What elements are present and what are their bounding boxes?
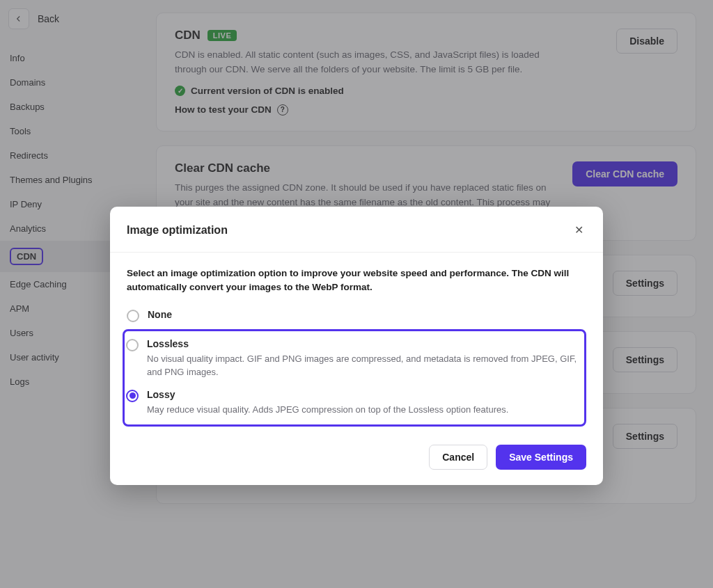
modal-header: Image optimization ✕ (110, 207, 603, 253)
option-lossless-title: Lossless (147, 338, 579, 349)
option-lossy-desc: May reduce visual quality. Adds JPEG com… (147, 403, 508, 417)
radio-none[interactable] (127, 310, 139, 322)
image-optimization-modal: Image optimization ✕ Select an image opt… (110, 207, 603, 485)
option-none-title: None (148, 309, 172, 320)
highlight-box: Lossless No visual quality impact. GIF a… (123, 329, 586, 427)
close-icon[interactable]: ✕ (572, 221, 586, 239)
cancel-button[interactable]: Cancel (429, 445, 487, 470)
modal-desc: Select an image optimization option to i… (127, 267, 586, 295)
save-settings-button[interactable]: Save Settings (496, 445, 586, 470)
option-lossy[interactable]: Lossy May reduce visual quality. Adds JP… (126, 386, 579, 424)
option-lossy-title: Lossy (147, 389, 508, 400)
modal-title: Image optimization (127, 224, 228, 237)
option-lossless[interactable]: Lossless No visual quality impact. GIF a… (126, 335, 579, 386)
modal-body: Select an image optimization option to i… (110, 253, 603, 432)
option-none[interactable]: None (127, 306, 586, 329)
option-lossless-desc: No visual quality impact. GIF and PNG im… (147, 352, 579, 379)
modal-overlay[interactable]: Image optimization ✕ Select an image opt… (0, 0, 713, 588)
modal-footer: Cancel Save Settings (110, 432, 603, 485)
radio-lossy[interactable] (126, 390, 139, 402)
radio-lossless[interactable] (126, 339, 139, 351)
